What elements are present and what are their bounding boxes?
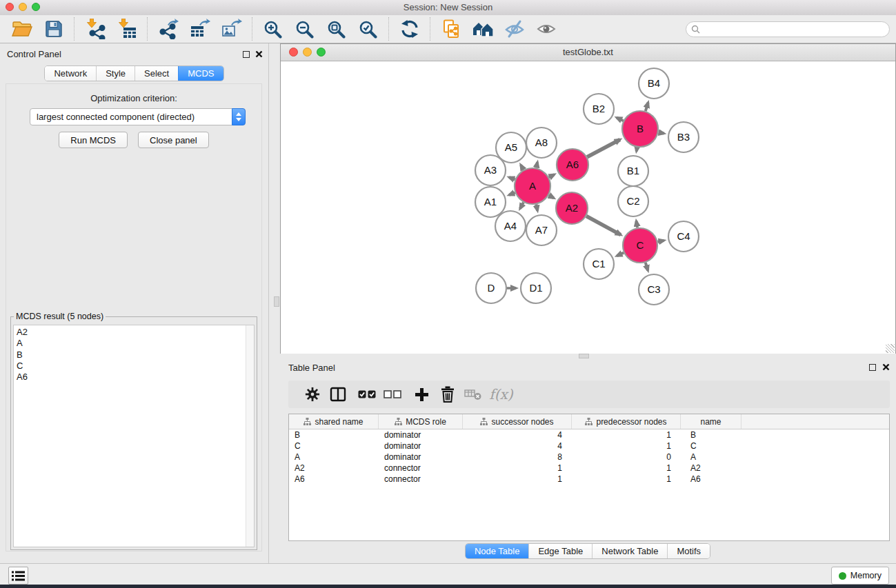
graph-node-C3[interactable]: C3 (639, 274, 669, 305)
mcds-result-list[interactable]: A2ABCA6 (13, 325, 255, 547)
graph-edge-A-A5[interactable] (521, 165, 524, 170)
task-history-button[interactable] (8, 567, 28, 585)
hide-selected-eye-icon[interactable] (503, 18, 526, 41)
open-file-icon[interactable] (10, 18, 33, 41)
graph-node-C[interactable]: C (623, 228, 657, 263)
mcds-result-item[interactable]: A2 (17, 327, 254, 338)
import-table-icon[interactable] (115, 18, 138, 41)
duplicate-network-icon[interactable] (439, 18, 462, 41)
zoom-fit-icon[interactable] (325, 18, 348, 41)
graph-node-D1[interactable]: D1 (521, 273, 551, 303)
table-settings-gear-icon[interactable] (299, 383, 325, 406)
graph-node-C4[interactable]: C4 (668, 221, 699, 252)
network-canvas[interactable]: AA1A2A3A4A5A6A7A8BB1B2B3B4CC1C2C3C4DD1 (281, 61, 895, 354)
tab-select[interactable]: Select (135, 66, 178, 81)
delete-trash-icon[interactable] (435, 383, 460, 406)
graph-edge-A6-B[interactable] (587, 139, 620, 156)
tab-network-table[interactable]: Network Table (592, 544, 667, 558)
export-image-icon[interactable] (220, 18, 243, 41)
close-panel-button[interactable]: Close panel (138, 132, 209, 148)
graph-edge-C-C1[interactable] (617, 253, 624, 256)
float-table-panel-icon[interactable] (869, 364, 876, 371)
export-network-icon[interactable] (157, 18, 179, 41)
function-builder-icon[interactable]: f(x) (488, 383, 514, 406)
vertical-split-handle[interactable] (274, 296, 279, 307)
graph-node-A6[interactable]: A6 (557, 149, 588, 181)
run-mcds-button[interactable]: Run MCDS (59, 132, 128, 148)
close-panel-icon[interactable] (255, 50, 263, 58)
mcds-result-item[interactable]: A6 (17, 372, 254, 383)
refresh-icon[interactable] (398, 18, 421, 41)
window-resize-grip[interactable] (886, 344, 895, 353)
column-header-predecessor-nodes[interactable]: predecessor nodes (572, 414, 681, 429)
graph-node-A5[interactable]: A5 (496, 132, 526, 163)
tab-edge-table[interactable]: Edge Table (528, 544, 592, 558)
graph-edge-A-A1[interactable] (509, 193, 515, 195)
import-network-icon[interactable] (83, 18, 106, 41)
save-session-icon[interactable] (42, 18, 65, 41)
graph-node-C1[interactable]: C1 (584, 249, 614, 279)
mcds-result-item[interactable]: C (17, 361, 254, 372)
column-header-mcds-role[interactable]: MCDS role (379, 414, 463, 429)
graph-node-A8[interactable]: A8 (526, 128, 557, 158)
criterion-select[interactable]: largest connected component (directed) (30, 108, 246, 125)
zoom-selected-icon[interactable] (357, 18, 379, 41)
graph-edge-B-B2[interactable] (617, 118, 624, 121)
zoom-out-icon[interactable] (293, 18, 316, 41)
select-all-checkboxes-icon[interactable] (354, 383, 379, 406)
graph-edge-B-B3[interactable] (659, 132, 664, 134)
graph-edge-C-C2[interactable] (636, 221, 637, 228)
graph-node-B[interactable]: B (622, 111, 658, 147)
column-header-name[interactable]: name (681, 414, 741, 429)
deselect-all-checkboxes-icon[interactable] (379, 383, 405, 406)
mcds-result-item[interactable]: A (17, 338, 254, 349)
graph-node-A4[interactable]: A4 (495, 211, 526, 241)
zoom-in-icon[interactable] (261, 18, 284, 41)
search-field[interactable] (686, 21, 890, 37)
graph-node-B2[interactable]: B2 (584, 94, 614, 124)
table-row[interactable]: A6connector11A6 (289, 474, 889, 485)
tab-style[interactable]: Style (96, 66, 135, 81)
horizontal-split-handle[interactable] (579, 354, 589, 358)
graph-node-B3[interactable]: B3 (668, 122, 699, 152)
table-row[interactable]: A2connector11A2 (289, 463, 889, 474)
tab-motifs[interactable]: Motifs (667, 544, 710, 558)
graph-node-D[interactable]: D (476, 273, 506, 303)
close-table-panel-icon[interactable] (882, 363, 890, 371)
graph-node-A7[interactable]: A7 (526, 215, 557, 245)
network-window-titlebar[interactable]: testGlobe.txt (281, 44, 895, 61)
tab-node-table[interactable]: Node Table (466, 544, 529, 558)
graph-edge-A2-C[interactable] (586, 216, 621, 234)
first-neighbors-icon[interactable] (471, 18, 494, 41)
graph-edge-C-C4[interactable] (657, 241, 664, 242)
table-row[interactable]: Bdominator41B (289, 429, 889, 440)
graph-edge-A-A4[interactable] (520, 203, 524, 209)
graph-edge-B-B4[interactable] (646, 103, 648, 111)
graph-edge-A-A7[interactable] (536, 204, 537, 210)
graph-edge-A-A6[interactable] (549, 174, 555, 177)
export-table-icon[interactable] (188, 18, 211, 41)
graph-node-A2[interactable]: A2 (556, 192, 588, 224)
graph-edge-A-A2[interactable] (549, 195, 554, 198)
tab-network[interactable]: Network (45, 66, 96, 81)
table-row[interactable]: Adominator80A (289, 452, 889, 463)
graph-node-B1[interactable]: B1 (618, 156, 648, 186)
memory-button[interactable]: Memory (831, 567, 889, 585)
graph-edge-B-B1[interactable] (637, 148, 637, 152)
add-icon[interactable] (409, 383, 435, 406)
column-header-successor-nodes[interactable]: successor nodes (463, 414, 572, 429)
float-panel-icon[interactable] (243, 51, 250, 58)
graph-node-C2[interactable]: C2 (618, 186, 648, 216)
search-input[interactable] (703, 22, 889, 36)
graph-node-B4[interactable]: B4 (639, 68, 669, 99)
graph-edge-C-C3[interactable] (646, 263, 648, 271)
graph-node-A1[interactable]: A1 (475, 187, 506, 217)
show-all-eye-icon[interactable] (535, 18, 557, 41)
select-stepper-icon[interactable] (232, 108, 246, 125)
column-layout-icon[interactable] (325, 383, 350, 406)
tab-mcds[interactable]: MCDS (178, 66, 223, 81)
table-row[interactable]: Cdominator41C (289, 440, 889, 452)
graph-edge-A-A3[interactable] (509, 177, 515, 179)
graph-node-A[interactable]: A (515, 168, 550, 204)
graph-edge-A-A8[interactable] (536, 162, 537, 168)
